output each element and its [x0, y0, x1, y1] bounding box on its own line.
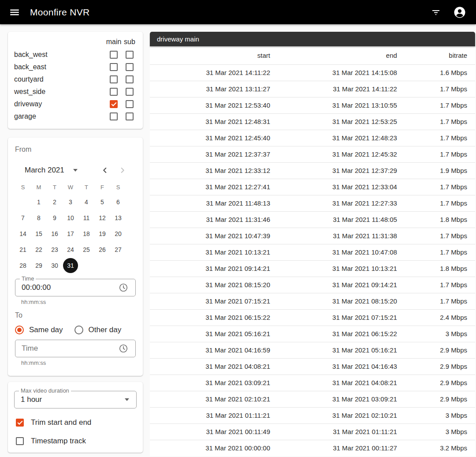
checkbox[interactable] — [110, 51, 118, 59]
recording-row[interactable]: 31 Mar 2021 00:00:0031 Mar 2021 00:11:27… — [150, 440, 475, 456]
calendar-day-25[interactable]: 25 — [78, 242, 94, 258]
other-day-option[interactable]: Other day — [74, 326, 122, 334]
calendar-day-22[interactable]: 22 — [31, 242, 47, 258]
calendar-day-31[interactable]: 31 — [63, 258, 78, 273]
recording-row[interactable]: 31 Mar 2021 12:33:1231 Mar 2021 12:37:29… — [150, 162, 475, 179]
same-day-option[interactable]: Same day — [15, 326, 63, 334]
recording-row[interactable]: 31 Mar 2021 10:13:2131 Mar 2021 10:47:08… — [150, 244, 475, 260]
recording-row[interactable]: 31 Mar 2021 04:16:5931 Mar 2021 05:16:21… — [150, 342, 475, 358]
start-cell: 31 Mar 2021 03:09:21 — [150, 375, 270, 391]
recording-row[interactable]: 31 Mar 2021 12:45:4031 Mar 2021 12:48:23… — [150, 130, 475, 146]
checkbox[interactable] — [110, 112, 118, 120]
camera-west_side-main-checkbox[interactable] — [106, 88, 122, 96]
recording-row[interactable]: 31 Mar 2021 05:16:2131 Mar 2021 06:15:22… — [150, 326, 475, 342]
calendar-day-12[interactable]: 12 — [94, 210, 110, 226]
camera-west_side-sub-checkbox[interactable] — [122, 88, 138, 96]
checkbox[interactable] — [110, 75, 118, 83]
calendar-day-28[interactable]: 28 — [15, 258, 31, 273]
to-time-input[interactable] — [22, 344, 116, 353]
recording-row[interactable]: 31 Mar 2021 12:53:4031 Mar 2021 13:10:55… — [150, 97, 475, 113]
calendar-day-20[interactable]: 20 — [110, 226, 126, 242]
recording-row[interactable]: 31 Mar 2021 12:37:3731 Mar 2021 12:45:32… — [150, 146, 475, 162]
calendar-day-15[interactable]: 15 — [31, 226, 47, 242]
recording-row[interactable]: 31 Mar 2021 12:48:3131 Mar 2021 12:53:25… — [150, 113, 475, 130]
recording-row[interactable]: 31 Mar 2021 01:11:2131 Mar 2021 02:10:21… — [150, 407, 475, 423]
max-duration-select[interactable]: Max video duration 1 hour — [14, 391, 137, 408]
camera-driveway-sub-checkbox[interactable] — [122, 100, 138, 108]
recording-row[interactable]: 31 Mar 2021 09:14:2131 Mar 2021 10:13:21… — [150, 260, 475, 277]
checkbox[interactable] — [126, 51, 134, 59]
trim-checkbox[interactable] — [16, 419, 24, 427]
camera-back_east-sub-checkbox[interactable] — [122, 63, 138, 71]
calendar-day-19[interactable]: 19 — [94, 226, 110, 242]
recording-row[interactable]: 31 Mar 2021 07:15:2131 Mar 2021 08:15:20… — [150, 293, 475, 309]
checkbox[interactable] — [110, 100, 118, 108]
calendar-day-3[interactable]: 3 — [63, 194, 78, 210]
recording-row[interactable]: 31 Mar 2021 11:48:1331 Mar 2021 12:27:33… — [150, 195, 475, 211]
camera-courtyard-main-checkbox[interactable] — [106, 75, 122, 83]
calendar-day-26[interactable]: 26 — [94, 242, 110, 258]
calendar-day-4[interactable]: 4 — [78, 194, 94, 210]
checkbox[interactable] — [126, 100, 134, 108]
camera-garage-sub-checkbox[interactable] — [122, 112, 138, 120]
trim-start-end-option[interactable]: Trim start and end — [14, 418, 137, 427]
calendar-day-14[interactable]: 14 — [15, 226, 31, 242]
calendar-day-30[interactable]: 30 — [47, 258, 63, 273]
recording-row[interactable]: 31 Mar 2021 08:15:2031 Mar 2021 09:14:21… — [150, 277, 475, 293]
prev-month-icon[interactable] — [100, 165, 110, 176]
calendar-day-27[interactable]: 27 — [110, 242, 126, 258]
camera-garage-main-checkbox[interactable] — [106, 112, 122, 120]
calendar-day-29[interactable]: 29 — [31, 258, 47, 273]
calendar-day-24[interactable]: 24 — [63, 242, 78, 258]
from-time-input[interactable] — [22, 283, 116, 292]
clock-icon[interactable] — [116, 341, 131, 356]
clock-icon[interactable] — [116, 280, 131, 295]
recording-row[interactable]: 31 Mar 2021 02:10:2131 Mar 2021 03:09:21… — [150, 391, 475, 407]
month-dropdown-icon[interactable] — [73, 169, 78, 172]
calendar-day-17[interactable]: 17 — [63, 226, 78, 242]
calendar-day-13[interactable]: 13 — [110, 210, 126, 226]
end-cell: 31 Mar 2021 00:11:27 — [270, 440, 397, 456]
recording-row[interactable]: 31 Mar 2021 13:11:2731 Mar 2021 14:11:22… — [150, 81, 475, 97]
recording-row[interactable]: 31 Mar 2021 06:15:2231 Mar 2021 07:15:21… — [150, 309, 475, 326]
calendar-day-6[interactable]: 6 — [110, 194, 126, 210]
calendar-day-16[interactable]: 16 — [47, 226, 63, 242]
account-icon[interactable] — [450, 3, 469, 22]
timestamp-checkbox[interactable] — [16, 437, 24, 445]
calendar-day-9[interactable]: 9 — [47, 210, 63, 226]
recording-row[interactable]: 31 Mar 2021 03:09:2131 Mar 2021 04:08:21… — [150, 375, 475, 391]
calendar-day-2[interactable]: 2 — [47, 194, 63, 210]
same-day-radio[interactable] — [15, 326, 24, 334]
camera-courtyard-sub-checkbox[interactable] — [122, 75, 138, 83]
calendar-day-21[interactable]: 21 — [15, 242, 31, 258]
filter-icon[interactable] — [427, 3, 445, 22]
camera-back_east-main-checkbox[interactable] — [106, 63, 122, 71]
calendar-day-18[interactable]: 18 — [78, 226, 94, 242]
recording-row[interactable]: 31 Mar 2021 00:11:4931 Mar 2021 01:11:21… — [150, 423, 475, 440]
recording-row[interactable]: 31 Mar 2021 14:11:2231 Mar 2021 14:15:08… — [150, 64, 475, 81]
camera-back_west-sub-checkbox[interactable] — [122, 51, 138, 59]
calendar-day-11[interactable]: 11 — [78, 210, 94, 226]
checkbox[interactable] — [126, 63, 134, 71]
checkbox[interactable] — [110, 88, 118, 96]
calendar-day-7[interactable]: 7 — [15, 210, 31, 226]
checkbox[interactable] — [126, 88, 134, 96]
checkbox[interactable] — [110, 63, 118, 71]
checkbox[interactable] — [126, 75, 134, 83]
calendar-day-10[interactable]: 10 — [63, 210, 78, 226]
calendar-day-1[interactable]: 1 — [31, 194, 47, 210]
calendar-day-5[interactable]: 5 — [94, 194, 110, 210]
calendar-day-23[interactable]: 23 — [47, 242, 63, 258]
camera-driveway-main-checkbox[interactable] — [106, 100, 122, 108]
recording-row[interactable]: 31 Mar 2021 11:31:4631 Mar 2021 11:48:05… — [150, 211, 475, 228]
camera-back_west-main-checkbox[interactable] — [106, 51, 122, 59]
calendar-month-label[interactable]: March 2021 — [25, 166, 64, 175]
timestamp-track-option[interactable]: Timestamp track — [14, 437, 137, 446]
recording-row[interactable]: 31 Mar 2021 10:47:3931 Mar 2021 11:31:38… — [150, 228, 475, 244]
checkbox[interactable] — [126, 112, 134, 120]
other-day-radio[interactable] — [74, 326, 83, 334]
recording-row[interactable]: 31 Mar 2021 04:08:2131 Mar 2021 04:16:43… — [150, 358, 475, 375]
calendar-day-8[interactable]: 8 — [31, 210, 47, 226]
recording-row[interactable]: 31 Mar 2021 12:27:4131 Mar 2021 12:33:04… — [150, 179, 475, 195]
menu-icon[interactable] — [5, 3, 24, 22]
